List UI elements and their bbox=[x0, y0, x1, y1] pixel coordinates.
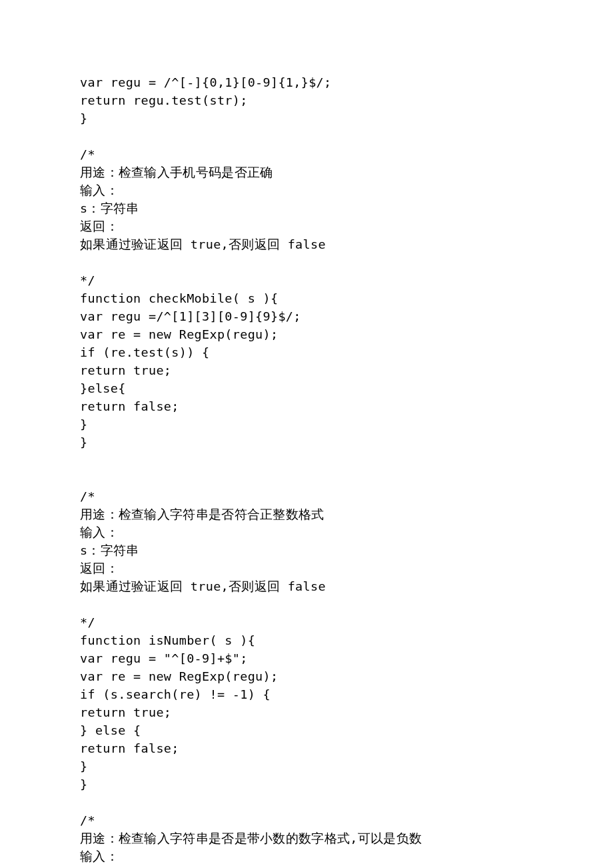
code-line: var regu = /^[-]{0,1}[0-9]{1,}$/; bbox=[80, 73, 533, 91]
code-line: s：字符串 bbox=[80, 199, 533, 217]
code-line: /* bbox=[80, 145, 533, 163]
code-line: /* bbox=[80, 811, 533, 829]
code-line: }else{ bbox=[80, 379, 533, 397]
code-line: var regu =/^[1][3][0-9]{9}$/; bbox=[80, 307, 533, 325]
code-line: var re = new RegExp(regu); bbox=[80, 325, 533, 343]
code-line: } else { bbox=[80, 721, 533, 739]
code-line: 用途：检查输入字符串是否符合正整数格式 bbox=[80, 505, 533, 523]
code-line: /* bbox=[80, 487, 533, 505]
code-line: function checkMobile( s ){ bbox=[80, 289, 533, 307]
code-line: */ bbox=[80, 613, 533, 631]
blank-line bbox=[80, 793, 533, 811]
code-line: 输入： bbox=[80, 847, 533, 865]
code-line: } bbox=[80, 775, 533, 793]
code-line: return true; bbox=[80, 361, 533, 379]
code-line: 返回： bbox=[80, 559, 533, 577]
code-line: */ bbox=[80, 271, 533, 289]
code-line: } bbox=[80, 415, 533, 433]
code-line: } bbox=[80, 757, 533, 775]
code-line: } bbox=[80, 433, 533, 451]
document-page: var regu = /^[-]{0,1}[0-9]{1,}$/;return … bbox=[0, 0, 613, 868]
code-line: 用途：检查输入手机号码是否正确 bbox=[80, 163, 533, 181]
code-line: s：字符串 bbox=[80, 541, 533, 559]
code-line: 如果通过验证返回 true,否则返回 false bbox=[80, 577, 533, 595]
code-line: 输入： bbox=[80, 181, 533, 199]
code-line: return true; bbox=[80, 703, 533, 721]
code-line: return false; bbox=[80, 739, 533, 757]
blank-line bbox=[80, 253, 533, 271]
code-line: if (s.search(re) != -1) { bbox=[80, 685, 533, 703]
code-line: 输入： bbox=[80, 523, 533, 541]
code-line: 用途：检查输入字符串是否是带小数的数字格式,可以是负数 bbox=[80, 829, 533, 847]
code-line: 返回： bbox=[80, 217, 533, 235]
blank-line bbox=[80, 127, 533, 145]
code-line: if (re.test(s)) { bbox=[80, 343, 533, 361]
code-block: var regu = /^[-]{0,1}[0-9]{1,}$/;return … bbox=[80, 73, 533, 865]
code-line: function isNumber( s ){ bbox=[80, 631, 533, 649]
code-line: var re = new RegExp(regu); bbox=[80, 667, 533, 685]
code-line: var regu = "^[0-9]+$"; bbox=[80, 649, 533, 667]
code-line: return false; bbox=[80, 397, 533, 415]
code-line: } bbox=[80, 109, 533, 127]
code-line: 如果通过验证返回 true,否则返回 false bbox=[80, 235, 533, 253]
blank-line bbox=[80, 451, 533, 469]
blank-line bbox=[80, 595, 533, 613]
code-line: return regu.test(str); bbox=[80, 91, 533, 109]
blank-line bbox=[80, 469, 533, 487]
